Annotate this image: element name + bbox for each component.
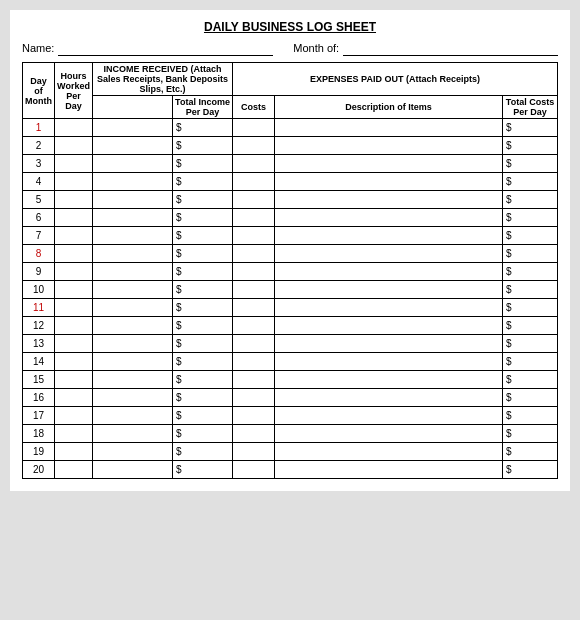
costs-cell[interactable] [233, 263, 275, 281]
income-cell[interactable] [93, 443, 173, 461]
total-income-cell[interactable]: $ [173, 461, 233, 479]
description-cell[interactable] [275, 245, 503, 263]
hours-cell[interactable] [55, 317, 93, 335]
income-cell[interactable] [93, 119, 173, 137]
hours-cell[interactable] [55, 119, 93, 137]
total-costs-cell[interactable]: $ [503, 335, 558, 353]
costs-cell[interactable] [233, 137, 275, 155]
income-cell[interactable] [93, 155, 173, 173]
costs-cell[interactable] [233, 299, 275, 317]
income-cell[interactable] [93, 461, 173, 479]
description-cell[interactable] [275, 443, 503, 461]
total-costs-cell[interactable]: $ [503, 461, 558, 479]
costs-cell[interactable] [233, 371, 275, 389]
income-cell[interactable] [93, 371, 173, 389]
income-cell[interactable] [93, 335, 173, 353]
hours-cell[interactable] [55, 137, 93, 155]
income-cell[interactable] [93, 245, 173, 263]
total-income-cell[interactable]: $ [173, 119, 233, 137]
total-income-cell[interactable]: $ [173, 245, 233, 263]
total-costs-cell[interactable]: $ [503, 227, 558, 245]
total-income-cell[interactable]: $ [173, 227, 233, 245]
total-income-cell[interactable]: $ [173, 191, 233, 209]
costs-cell[interactable] [233, 443, 275, 461]
total-costs-cell[interactable]: $ [503, 245, 558, 263]
total-income-cell[interactable]: $ [173, 317, 233, 335]
total-costs-cell[interactable]: $ [503, 191, 558, 209]
costs-cell[interactable] [233, 281, 275, 299]
hours-cell[interactable] [55, 443, 93, 461]
costs-cell[interactable] [233, 389, 275, 407]
income-cell[interactable] [93, 299, 173, 317]
hours-cell[interactable] [55, 227, 93, 245]
total-income-cell[interactable]: $ [173, 137, 233, 155]
costs-cell[interactable] [233, 353, 275, 371]
income-cell[interactable] [93, 407, 173, 425]
total-income-cell[interactable]: $ [173, 371, 233, 389]
income-cell[interactable] [93, 389, 173, 407]
description-cell[interactable] [275, 317, 503, 335]
name-input-line[interactable] [58, 40, 273, 56]
hours-cell[interactable] [55, 191, 93, 209]
description-cell[interactable] [275, 119, 503, 137]
costs-cell[interactable] [233, 245, 275, 263]
total-income-cell[interactable]: $ [173, 425, 233, 443]
costs-cell[interactable] [233, 173, 275, 191]
hours-cell[interactable] [55, 461, 93, 479]
total-costs-cell[interactable]: $ [503, 425, 558, 443]
total-income-cell[interactable]: $ [173, 173, 233, 191]
description-cell[interactable] [275, 461, 503, 479]
total-costs-cell[interactable]: $ [503, 353, 558, 371]
hours-cell[interactable] [55, 155, 93, 173]
total-costs-cell[interactable]: $ [503, 389, 558, 407]
description-cell[interactable] [275, 299, 503, 317]
costs-cell[interactable] [233, 335, 275, 353]
description-cell[interactable] [275, 227, 503, 245]
total-income-cell[interactable]: $ [173, 407, 233, 425]
description-cell[interactable] [275, 209, 503, 227]
hours-cell[interactable] [55, 371, 93, 389]
costs-cell[interactable] [233, 227, 275, 245]
income-cell[interactable] [93, 191, 173, 209]
hours-cell[interactable] [55, 173, 93, 191]
hours-cell[interactable] [55, 425, 93, 443]
total-costs-cell[interactable]: $ [503, 209, 558, 227]
costs-cell[interactable] [233, 461, 275, 479]
income-cell[interactable] [93, 317, 173, 335]
total-income-cell[interactable]: $ [173, 299, 233, 317]
costs-cell[interactable] [233, 209, 275, 227]
total-income-cell[interactable]: $ [173, 263, 233, 281]
income-cell[interactable] [93, 137, 173, 155]
total-costs-cell[interactable]: $ [503, 137, 558, 155]
total-costs-cell[interactable]: $ [503, 371, 558, 389]
description-cell[interactable] [275, 389, 503, 407]
costs-cell[interactable] [233, 191, 275, 209]
total-income-cell[interactable]: $ [173, 443, 233, 461]
hours-cell[interactable] [55, 353, 93, 371]
total-income-cell[interactable]: $ [173, 335, 233, 353]
description-cell[interactable] [275, 137, 503, 155]
total-costs-cell[interactable]: $ [503, 155, 558, 173]
total-income-cell[interactable]: $ [173, 389, 233, 407]
total-costs-cell[interactable]: $ [503, 443, 558, 461]
description-cell[interactable] [275, 155, 503, 173]
description-cell[interactable] [275, 425, 503, 443]
total-costs-cell[interactable]: $ [503, 407, 558, 425]
income-cell[interactable] [93, 173, 173, 191]
description-cell[interactable] [275, 281, 503, 299]
hours-cell[interactable] [55, 209, 93, 227]
total-costs-cell[interactable]: $ [503, 299, 558, 317]
hours-cell[interactable] [55, 245, 93, 263]
income-cell[interactable] [93, 353, 173, 371]
costs-cell[interactable] [233, 407, 275, 425]
total-costs-cell[interactable]: $ [503, 119, 558, 137]
description-cell[interactable] [275, 353, 503, 371]
description-cell[interactable] [275, 173, 503, 191]
hours-cell[interactable] [55, 407, 93, 425]
description-cell[interactable] [275, 335, 503, 353]
income-cell[interactable] [93, 263, 173, 281]
description-cell[interactable] [275, 407, 503, 425]
costs-cell[interactable] [233, 155, 275, 173]
hours-cell[interactable] [55, 335, 93, 353]
hours-cell[interactable] [55, 299, 93, 317]
